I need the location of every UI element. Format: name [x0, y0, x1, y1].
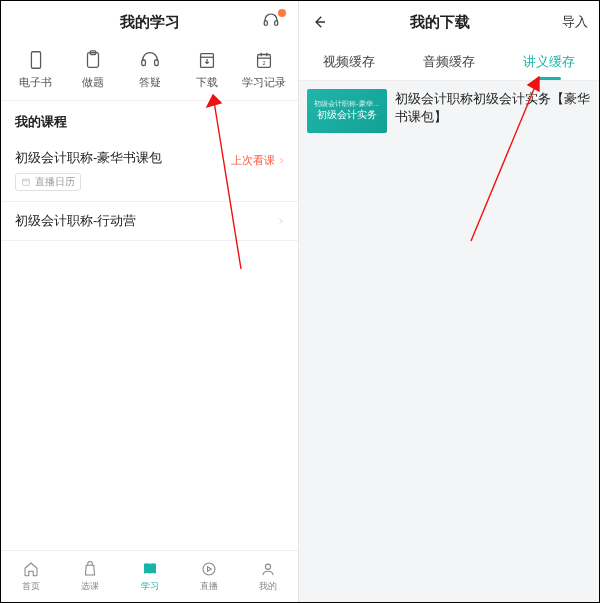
toolbar-ebook[interactable]: 电子书 [7, 49, 64, 90]
chevron-right-icon [277, 156, 286, 165]
nav-label: 首页 [22, 580, 40, 593]
last-watched[interactable]: 上次看课 [231, 153, 286, 168]
tab-video-cache[interactable]: 视频缓存 [299, 43, 399, 80]
svg-rect-11 [23, 179, 30, 185]
notification-badge [278, 9, 286, 17]
course-item[interactable]: 初级会计职称-行动营 [1, 202, 298, 241]
toolbar-label: 学习记录 [242, 75, 286, 90]
page-title: 我的学习 [120, 13, 180, 32]
chevron-right-icon [276, 216, 286, 226]
svg-point-12 [203, 563, 215, 575]
course-item[interactable]: 初级会计职称-豪华书课包 直播日历 上次看课 [1, 139, 298, 202]
toolbar-label: 电子书 [19, 75, 52, 90]
top-toolbar: 电子书 做题 答疑 下载 2 学习记录 [1, 43, 298, 101]
svg-text:2: 2 [262, 60, 265, 66]
svg-rect-0 [264, 21, 267, 26]
course-name: 初级会计职称-行动营 [15, 212, 284, 230]
svg-rect-7 [154, 60, 158, 66]
download-title: 初级会计职称初级会计实务【豪华书课包】 [395, 89, 591, 133]
toolbar-label: 下载 [196, 75, 218, 90]
tab-audio-cache[interactable]: 音频缓存 [399, 43, 499, 80]
toolbar-label: 做题 [82, 75, 104, 90]
page-title: 我的下载 [329, 13, 551, 32]
calendar-icon [21, 177, 31, 187]
section-title: 我的课程 [1, 101, 298, 139]
support-icon[interactable] [262, 11, 284, 33]
nav-label: 我的 [259, 580, 277, 593]
nav-mine[interactable]: 我的 [239, 551, 298, 602]
nav-label: 学习 [141, 580, 159, 593]
import-button[interactable]: 导入 [551, 13, 599, 31]
nav-home[interactable]: 首页 [1, 551, 60, 602]
nav-live[interactable]: 直播 [179, 551, 238, 602]
svg-point-13 [266, 564, 271, 569]
course-subtag[interactable]: 直播日历 [15, 173, 81, 191]
nav-courses[interactable]: 选课 [60, 551, 119, 602]
bottom-nav: 首页 选课 学习 直播 我的 [1, 550, 298, 602]
nav-label: 直播 [200, 580, 218, 593]
nav-label: 选课 [81, 580, 99, 593]
svg-rect-6 [141, 60, 145, 66]
toolbar-qa[interactable]: 答疑 [121, 49, 178, 90]
toolbar-label: 答疑 [139, 75, 161, 90]
svg-rect-1 [275, 21, 278, 26]
toolbar-practice[interactable]: 做题 [64, 49, 121, 90]
download-thumbnail: 初级会计职称-豪华… 初级会计实务 [307, 89, 387, 133]
toolbar-download[interactable]: 下载 [178, 49, 235, 90]
tab-handout-cache[interactable]: 讲义缓存 [499, 43, 599, 80]
nav-study[interactable]: 学习 [120, 551, 179, 602]
arrow-left-icon [310, 13, 328, 31]
svg-rect-2 [31, 52, 40, 69]
toolbar-history[interactable]: 2 学习记录 [235, 49, 292, 90]
download-item[interactable]: 初级会计职称-豪华… 初级会计实务 初级会计职称初级会计实务【豪华书课包】 [299, 81, 599, 141]
download-tabs: 视频缓存 音频缓存 讲义缓存 [299, 43, 599, 81]
